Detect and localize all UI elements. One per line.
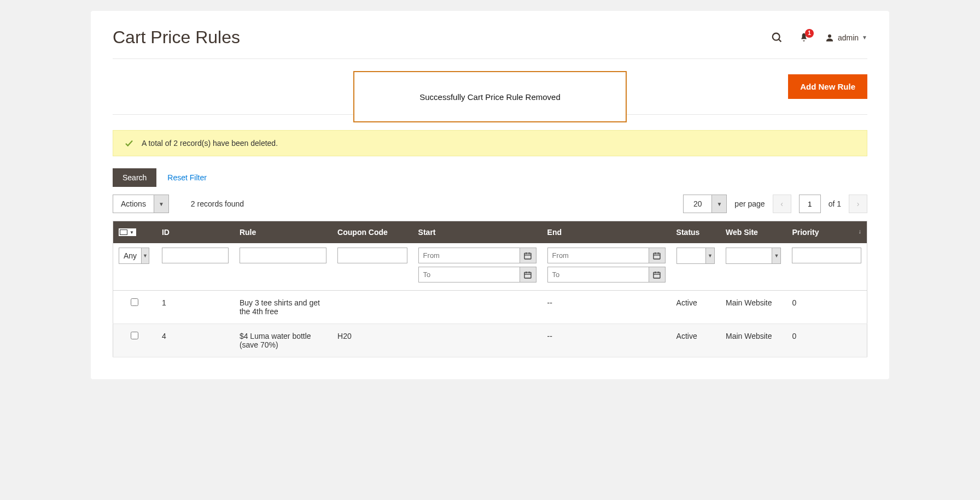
cell-status: Active <box>671 291 720 324</box>
filter-status-select[interactable]: ▼ <box>676 248 715 264</box>
column-end[interactable]: End <box>542 221 671 244</box>
filter-end-to[interactable] <box>547 267 666 283</box>
filter-website-select[interactable]: ▼ <box>726 248 781 264</box>
cell-rule: Buy 3 tee shirts and get the 4th free <box>234 291 332 324</box>
user-menu[interactable]: admin ▼ <box>825 33 867 43</box>
select-all-toggle[interactable]: ▼ <box>119 228 136 236</box>
filter-rule-input[interactable] <box>240 248 326 263</box>
search-icon[interactable] <box>771 32 783 44</box>
filter-coupon-input[interactable] <box>337 248 407 263</box>
column-website[interactable]: Web Site <box>720 221 786 244</box>
per-page-value: 20 <box>684 195 712 213</box>
per-page-select[interactable]: 20 ▼ <box>683 195 727 213</box>
success-text: A total of 2 record(s) have been deleted… <box>142 139 278 148</box>
cell-end: -- <box>542 291 671 324</box>
cell-id: 4 <box>156 324 234 357</box>
page-of-label: of 1 <box>829 199 841 208</box>
cell-priority: 0 <box>786 324 867 357</box>
check-icon <box>124 138 134 148</box>
column-priority[interactable]: Priority ↓ <box>786 221 867 244</box>
table-row[interactable]: 1 Buy 3 tee shirts and get the 4th free … <box>113 291 867 324</box>
page-title: Cart Price Rules <box>113 27 240 48</box>
cell-coupon <box>332 291 413 324</box>
chevron-down-icon: ▼ <box>711 195 726 213</box>
cell-end: -- <box>542 324 671 357</box>
calendar-icon[interactable] <box>520 267 536 282</box>
add-new-rule-button[interactable]: Add New Rule <box>788 74 867 99</box>
cell-rule: $4 Luma water bottle (save 70%) <box>234 324 332 357</box>
calendar-icon[interactable] <box>649 248 665 263</box>
search-button[interactable]: Search <box>113 168 156 187</box>
column-coupon[interactable]: Coupon Code <box>332 221 413 244</box>
cell-website: Main Website <box>720 291 786 324</box>
svg-rect-7 <box>524 272 531 278</box>
row-checkbox[interactable] <box>131 332 138 339</box>
table-row[interactable]: 4 $4 Luma water bottle (save 70%) H20 --… <box>113 324 867 357</box>
calendar-icon[interactable] <box>520 248 536 263</box>
svg-line-1 <box>779 39 781 42</box>
cell-coupon: H20 <box>332 324 413 357</box>
chevron-down-icon: ▼ <box>154 195 168 213</box>
cell-id: 1 <box>156 291 234 324</box>
svg-point-2 <box>828 34 831 38</box>
filter-end-from[interactable] <box>547 248 666 263</box>
records-found: 2 records found <box>191 199 244 208</box>
cell-website: Main Website <box>720 324 786 357</box>
column-start[interactable]: Start <box>413 221 542 244</box>
filter-id-input[interactable] <box>162 248 229 263</box>
actions-dropdown[interactable]: Actions ▼ <box>113 195 169 213</box>
success-message: A total of 2 record(s) have been deleted… <box>113 130 867 156</box>
cell-start <box>413 324 542 357</box>
prev-page-button[interactable]: ‹ <box>773 195 791 213</box>
notification-badge: 1 <box>805 29 814 38</box>
rules-table: ▼ ID Rule Coupon Code Start End Status W… <box>113 221 867 357</box>
column-status[interactable]: Status <box>671 221 720 244</box>
callout-banner: Successfully Cart Price Rule Removed <box>353 71 627 122</box>
user-label: admin <box>838 33 859 42</box>
actions-label: Actions <box>113 195 154 213</box>
svg-rect-3 <box>524 253 531 259</box>
reset-filter-link[interactable]: Reset Filter <box>167 173 207 182</box>
filter-priority-input[interactable] <box>792 248 861 263</box>
filter-select-any[interactable]: Any▼ <box>119 248 149 264</box>
chevron-down-icon: ▼ <box>862 34 867 40</box>
column-rule[interactable]: Rule <box>234 221 332 244</box>
next-page-button[interactable]: › <box>849 195 867 213</box>
column-id[interactable]: ID <box>156 221 234 244</box>
svg-point-0 <box>773 33 780 40</box>
callout-message: Successfully Cart Price Rule Removed <box>419 92 561 102</box>
row-checkbox[interactable] <box>131 298 138 306</box>
calendar-icon[interactable] <box>649 267 665 282</box>
sort-arrow-icon: ↓ <box>859 228 862 234</box>
filter-start-from[interactable] <box>418 248 536 263</box>
page-input[interactable] <box>799 195 821 213</box>
filter-start-to[interactable] <box>418 267 536 283</box>
svg-rect-15 <box>654 272 660 278</box>
cell-start <box>413 291 542 324</box>
cell-priority: 0 <box>786 291 867 324</box>
cell-status: Active <box>671 324 720 357</box>
notifications-icon[interactable]: 1 <box>798 32 809 43</box>
svg-rect-11 <box>654 253 660 259</box>
per-page-label: per page <box>734 199 765 208</box>
